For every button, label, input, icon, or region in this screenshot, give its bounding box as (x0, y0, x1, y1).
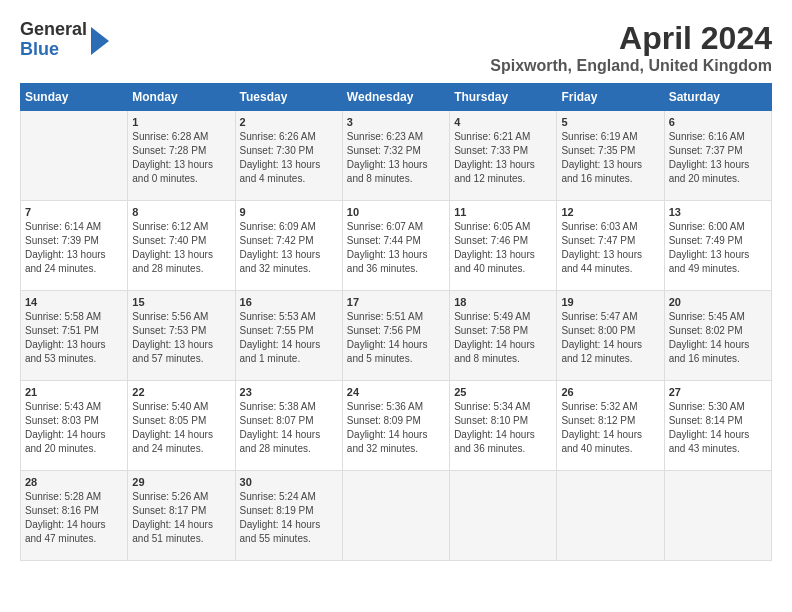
week-row-3: 14Sunrise: 5:58 AM Sunset: 7:51 PM Dayli… (21, 291, 772, 381)
day-number: 30 (240, 476, 338, 488)
day-number: 28 (25, 476, 123, 488)
week-row-4: 21Sunrise: 5:43 AM Sunset: 8:03 PM Dayli… (21, 381, 772, 471)
day-cell: 6Sunrise: 6:16 AM Sunset: 7:37 PM Daylig… (664, 111, 771, 201)
day-info: Sunrise: 5:28 AM Sunset: 8:16 PM Dayligh… (25, 490, 123, 546)
day-info: Sunrise: 5:49 AM Sunset: 7:58 PM Dayligh… (454, 310, 552, 366)
day-cell: 28Sunrise: 5:28 AM Sunset: 8:16 PM Dayli… (21, 471, 128, 561)
day-cell (21, 111, 128, 201)
day-info: Sunrise: 6:03 AM Sunset: 7:47 PM Dayligh… (561, 220, 659, 276)
day-info: Sunrise: 5:47 AM Sunset: 8:00 PM Dayligh… (561, 310, 659, 366)
day-cell: 10Sunrise: 6:07 AM Sunset: 7:44 PM Dayli… (342, 201, 449, 291)
day-cell: 8Sunrise: 6:12 AM Sunset: 7:40 PM Daylig… (128, 201, 235, 291)
header-day-saturday: Saturday (664, 84, 771, 111)
day-number: 22 (132, 386, 230, 398)
day-info: Sunrise: 5:26 AM Sunset: 8:17 PM Dayligh… (132, 490, 230, 546)
day-number: 19 (561, 296, 659, 308)
day-number: 20 (669, 296, 767, 308)
day-info: Sunrise: 6:23 AM Sunset: 7:32 PM Dayligh… (347, 130, 445, 186)
day-info: Sunrise: 5:53 AM Sunset: 7:55 PM Dayligh… (240, 310, 338, 366)
day-info: Sunrise: 6:21 AM Sunset: 7:33 PM Dayligh… (454, 130, 552, 186)
day-cell: 26Sunrise: 5:32 AM Sunset: 8:12 PM Dayli… (557, 381, 664, 471)
day-cell (342, 471, 449, 561)
day-number: 27 (669, 386, 767, 398)
location: Spixworth, England, United Kingdom (490, 57, 772, 75)
header-day-friday: Friday (557, 84, 664, 111)
day-info: Sunrise: 5:40 AM Sunset: 8:05 PM Dayligh… (132, 400, 230, 456)
day-number: 24 (347, 386, 445, 398)
day-cell (557, 471, 664, 561)
day-info: Sunrise: 6:28 AM Sunset: 7:28 PM Dayligh… (132, 130, 230, 186)
day-info: Sunrise: 6:19 AM Sunset: 7:35 PM Dayligh… (561, 130, 659, 186)
header-day-monday: Monday (128, 84, 235, 111)
header: General Blue April 2024 Spixworth, Engla… (20, 20, 772, 75)
day-cell: 21Sunrise: 5:43 AM Sunset: 8:03 PM Dayli… (21, 381, 128, 471)
day-info: Sunrise: 6:09 AM Sunset: 7:42 PM Dayligh… (240, 220, 338, 276)
logo-arrow-icon (91, 27, 109, 55)
day-number: 8 (132, 206, 230, 218)
day-number: 13 (669, 206, 767, 218)
day-info: Sunrise: 6:07 AM Sunset: 7:44 PM Dayligh… (347, 220, 445, 276)
day-info: Sunrise: 5:30 AM Sunset: 8:14 PM Dayligh… (669, 400, 767, 456)
day-number: 2 (240, 116, 338, 128)
day-number: 11 (454, 206, 552, 218)
day-cell: 2Sunrise: 6:26 AM Sunset: 7:30 PM Daylig… (235, 111, 342, 201)
day-cell (664, 471, 771, 561)
day-number: 9 (240, 206, 338, 218)
day-cell: 3Sunrise: 6:23 AM Sunset: 7:32 PM Daylig… (342, 111, 449, 201)
day-info: Sunrise: 5:56 AM Sunset: 7:53 PM Dayligh… (132, 310, 230, 366)
day-number: 29 (132, 476, 230, 488)
day-info: Sunrise: 5:38 AM Sunset: 8:07 PM Dayligh… (240, 400, 338, 456)
day-number: 17 (347, 296, 445, 308)
day-info: Sunrise: 6:14 AM Sunset: 7:39 PM Dayligh… (25, 220, 123, 276)
day-info: Sunrise: 5:32 AM Sunset: 8:12 PM Dayligh… (561, 400, 659, 456)
day-number: 6 (669, 116, 767, 128)
day-cell: 14Sunrise: 5:58 AM Sunset: 7:51 PM Dayli… (21, 291, 128, 381)
day-number: 10 (347, 206, 445, 218)
day-info: Sunrise: 6:05 AM Sunset: 7:46 PM Dayligh… (454, 220, 552, 276)
header-day-wednesday: Wednesday (342, 84, 449, 111)
day-info: Sunrise: 6:16 AM Sunset: 7:37 PM Dayligh… (669, 130, 767, 186)
day-number: 23 (240, 386, 338, 398)
day-cell: 25Sunrise: 5:34 AM Sunset: 8:10 PM Dayli… (450, 381, 557, 471)
day-cell: 22Sunrise: 5:40 AM Sunset: 8:05 PM Dayli… (128, 381, 235, 471)
day-cell: 15Sunrise: 5:56 AM Sunset: 7:53 PM Dayli… (128, 291, 235, 381)
day-cell: 18Sunrise: 5:49 AM Sunset: 7:58 PM Dayli… (450, 291, 557, 381)
day-cell: 11Sunrise: 6:05 AM Sunset: 7:46 PM Dayli… (450, 201, 557, 291)
day-cell: 5Sunrise: 6:19 AM Sunset: 7:35 PM Daylig… (557, 111, 664, 201)
day-cell: 7Sunrise: 6:14 AM Sunset: 7:39 PM Daylig… (21, 201, 128, 291)
day-number: 25 (454, 386, 552, 398)
week-row-2: 7Sunrise: 6:14 AM Sunset: 7:39 PM Daylig… (21, 201, 772, 291)
day-info: Sunrise: 5:34 AM Sunset: 8:10 PM Dayligh… (454, 400, 552, 456)
day-cell: 1Sunrise: 6:28 AM Sunset: 7:28 PM Daylig… (128, 111, 235, 201)
day-number: 18 (454, 296, 552, 308)
day-number: 4 (454, 116, 552, 128)
day-number: 14 (25, 296, 123, 308)
logo-general: General (20, 20, 87, 40)
header-day-tuesday: Tuesday (235, 84, 342, 111)
day-cell: 17Sunrise: 5:51 AM Sunset: 7:56 PM Dayli… (342, 291, 449, 381)
day-info: Sunrise: 6:00 AM Sunset: 7:49 PM Dayligh… (669, 220, 767, 276)
day-info: Sunrise: 6:26 AM Sunset: 7:30 PM Dayligh… (240, 130, 338, 186)
header-day-thursday: Thursday (450, 84, 557, 111)
month-title: April 2024 (490, 20, 772, 57)
day-cell (450, 471, 557, 561)
calendar-table: SundayMondayTuesdayWednesdayThursdayFrid… (20, 83, 772, 561)
day-cell: 30Sunrise: 5:24 AM Sunset: 8:19 PM Dayli… (235, 471, 342, 561)
logo-blue: Blue (20, 40, 87, 60)
week-row-5: 28Sunrise: 5:28 AM Sunset: 8:16 PM Dayli… (21, 471, 772, 561)
day-number: 1 (132, 116, 230, 128)
day-info: Sunrise: 5:58 AM Sunset: 7:51 PM Dayligh… (25, 310, 123, 366)
day-cell: 16Sunrise: 5:53 AM Sunset: 7:55 PM Dayli… (235, 291, 342, 381)
day-cell: 24Sunrise: 5:36 AM Sunset: 8:09 PM Dayli… (342, 381, 449, 471)
week-row-1: 1Sunrise: 6:28 AM Sunset: 7:28 PM Daylig… (21, 111, 772, 201)
day-cell: 23Sunrise: 5:38 AM Sunset: 8:07 PM Dayli… (235, 381, 342, 471)
day-info: Sunrise: 5:51 AM Sunset: 7:56 PM Dayligh… (347, 310, 445, 366)
day-info: Sunrise: 5:43 AM Sunset: 8:03 PM Dayligh… (25, 400, 123, 456)
day-info: Sunrise: 5:45 AM Sunset: 8:02 PM Dayligh… (669, 310, 767, 366)
day-number: 15 (132, 296, 230, 308)
day-number: 5 (561, 116, 659, 128)
day-number: 21 (25, 386, 123, 398)
day-number: 16 (240, 296, 338, 308)
day-cell: 20Sunrise: 5:45 AM Sunset: 8:02 PM Dayli… (664, 291, 771, 381)
day-cell: 4Sunrise: 6:21 AM Sunset: 7:33 PM Daylig… (450, 111, 557, 201)
